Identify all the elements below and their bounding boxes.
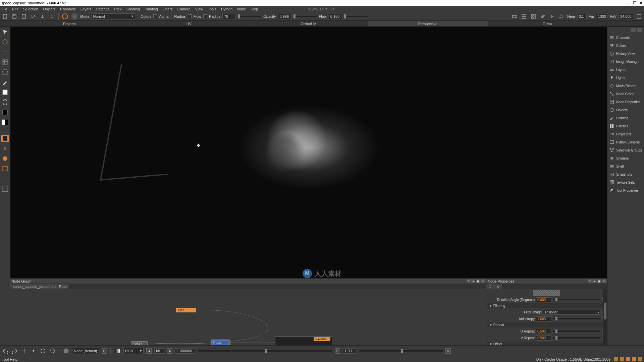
redo-icon[interactable] xyxy=(11,348,18,354)
prev-icon[interactable]: ◀ xyxy=(146,348,152,354)
sidebar-item-objects[interactable]: Objects xyxy=(607,106,644,114)
sidebar-item-snapshots[interactable]: Snapshots xyxy=(607,170,644,178)
rotation-slider[interactable] xyxy=(553,299,600,300)
move-tool-icon[interactable] xyxy=(1,48,9,56)
background-swatch[interactable] xyxy=(1,109,9,116)
menu-objects[interactable]: Objects xyxy=(43,7,55,11)
sidebar-item-channels[interactable]: Channels xyxy=(607,34,644,42)
minimize-button[interactable]: — xyxy=(626,1,630,5)
document-icon[interactable] xyxy=(20,13,28,20)
tab-projects[interactable]: Projects xyxy=(10,21,129,26)
filtering-section[interactable]: Filtering xyxy=(487,303,606,308)
sidebar-item-node-properties[interactable]: Node Properties xyxy=(607,98,644,106)
tab-ortho[interactable]: Ortho xyxy=(488,21,607,26)
sidebar-item-patches[interactable]: Patches xyxy=(607,122,644,130)
sidebar-item-tool-properties[interactable]: Tool Properties xyxy=(607,186,644,194)
far-input[interactable]: 1000 xyxy=(596,14,607,19)
play-icon[interactable] xyxy=(548,13,556,20)
flow-checkbox[interactable] xyxy=(203,14,207,18)
settings-icon[interactable] xyxy=(635,13,643,20)
menu-painting[interactable]: Painting xyxy=(145,7,158,11)
brush-tool-icon[interactable] xyxy=(1,78,9,86)
preset-select[interactable]: None (default) xyxy=(72,348,99,354)
branch-icon[interactable] xyxy=(30,13,37,20)
gain-reset[interactable]: R xyxy=(445,348,451,354)
rotate-tool-icon[interactable] xyxy=(1,38,9,46)
filter-image-select[interactable]: Trilinear xyxy=(543,310,600,315)
exposure-input[interactable]: 1.000000 xyxy=(175,348,195,354)
u-repeat-input[interactable]: 0.500 xyxy=(536,329,551,334)
rotate-icon[interactable] xyxy=(49,348,56,354)
node-graph-tab[interactable]: space_capsule_smoothed - Root xyxy=(10,284,70,289)
sidebar-collapse-icon[interactable] xyxy=(631,28,636,32)
sidebar-item-python-console[interactable]: Python Console xyxy=(607,138,644,146)
offset-section[interactable]: Offset xyxy=(487,342,606,345)
menu-shading[interactable]: Shading xyxy=(126,7,140,11)
menu-edit[interactable]: Edit xyxy=(12,7,18,11)
menu-channels[interactable]: Channels xyxy=(60,7,75,11)
repeat-section[interactable]: Repeat xyxy=(487,322,606,327)
colorspace-select[interactable]: RGB xyxy=(123,348,144,354)
grid-icon[interactable] xyxy=(520,13,528,20)
save-icon[interactable] xyxy=(11,13,18,20)
target-icon[interactable] xyxy=(61,13,69,20)
radius-slider[interactable] xyxy=(238,16,261,17)
layers-tool-icon[interactable]: ☰ xyxy=(1,145,9,152)
gain-input[interactable]: 1.00 xyxy=(343,348,356,354)
fstop-input[interactable]: f/8 xyxy=(154,348,164,354)
brush-preview-icon[interactable] xyxy=(71,13,78,20)
node-supergrid[interactable]: superGrid xyxy=(314,337,330,341)
exposure-slider[interactable] xyxy=(198,350,332,352)
status-icon-5[interactable] xyxy=(638,357,642,361)
node-graph-canvas[interactable]: Tiled Fork24 Fractal Base Input superGri… xyxy=(10,289,486,345)
menu-layers[interactable]: Layers xyxy=(80,7,92,11)
import-icon[interactable] xyxy=(48,13,56,20)
next-icon[interactable]: ▶ xyxy=(167,348,172,354)
foreground-swatch[interactable] xyxy=(1,88,9,96)
menu-nuke[interactable]: Nuke xyxy=(237,7,246,11)
preview-tool-icon[interactable] xyxy=(1,185,9,192)
near-input[interactable]: 0.1 xyxy=(577,14,587,19)
panel-dock-icon[interactable]: ▣ xyxy=(476,279,480,283)
sphere-icon[interactable] xyxy=(63,348,69,354)
sidebar-item-painting[interactable]: Painting xyxy=(607,114,644,122)
panel-close-icon[interactable]: ✕ xyxy=(602,279,606,283)
maximize-button[interactable]: ☐ xyxy=(633,1,637,5)
sidebar-item-history[interactable]: History View xyxy=(607,50,644,58)
circle-icon[interactable] xyxy=(40,348,46,354)
node-props-tab[interactable]: 1 xyxy=(486,284,494,289)
menu-tools[interactable]: Tools xyxy=(208,7,216,11)
menu-python[interactable]: Python xyxy=(221,7,232,11)
u-repeat-slider[interactable] xyxy=(553,330,600,332)
menu-patches[interactable]: Patches xyxy=(96,7,110,11)
menu-help[interactable]: Help xyxy=(251,7,258,11)
radius-input[interactable]: 78 xyxy=(222,14,236,19)
sidebar-item-node-graph[interactable]: Node Graph xyxy=(607,90,644,98)
anisotropy-slider[interactable] xyxy=(553,318,600,319)
panel-help-icon[interactable]: ? xyxy=(467,279,471,283)
menu-camera[interactable]: Camera xyxy=(177,7,191,11)
contrast-icon[interactable] xyxy=(1,119,9,126)
down-icon[interactable]: ▾ xyxy=(30,348,37,354)
tab-uv[interactable]: UV xyxy=(129,21,249,26)
preset-reset[interactable]: R xyxy=(102,348,107,354)
tab-ortho-uv[interactable]: Ortho/UV xyxy=(249,21,368,26)
mesh-tool-icon[interactable] xyxy=(1,58,9,66)
menu-ptex[interactable]: Ptex xyxy=(114,7,122,11)
opacity-input[interactable]: 0.996 xyxy=(278,14,291,19)
panel-dock-icon[interactable]: ▣ xyxy=(597,279,601,283)
viewport-3d[interactable]: ✥ xyxy=(10,27,607,278)
leaf-icon[interactable] xyxy=(539,13,546,20)
select-tool-icon[interactable] xyxy=(1,28,9,36)
node-fractal[interactable]: Fractal xyxy=(211,340,230,345)
sidebar-item-projectors[interactable]: Projectors xyxy=(607,130,644,138)
v-repeat-input[interactable]: 0.500 xyxy=(536,336,551,341)
rotation-input[interactable]: 0.000 xyxy=(536,297,551,302)
node-props-scrollbar[interactable] xyxy=(603,289,607,345)
paint-tool-icon[interactable] xyxy=(1,135,9,142)
marquee-tool-icon[interactable] xyxy=(1,68,9,76)
sidebar-item-shaders[interactable]: Shaders xyxy=(607,154,644,162)
circle-tool-icon[interactable] xyxy=(1,155,9,162)
pan-icon[interactable] xyxy=(21,348,28,354)
new-file-icon[interactable] xyxy=(1,13,9,20)
